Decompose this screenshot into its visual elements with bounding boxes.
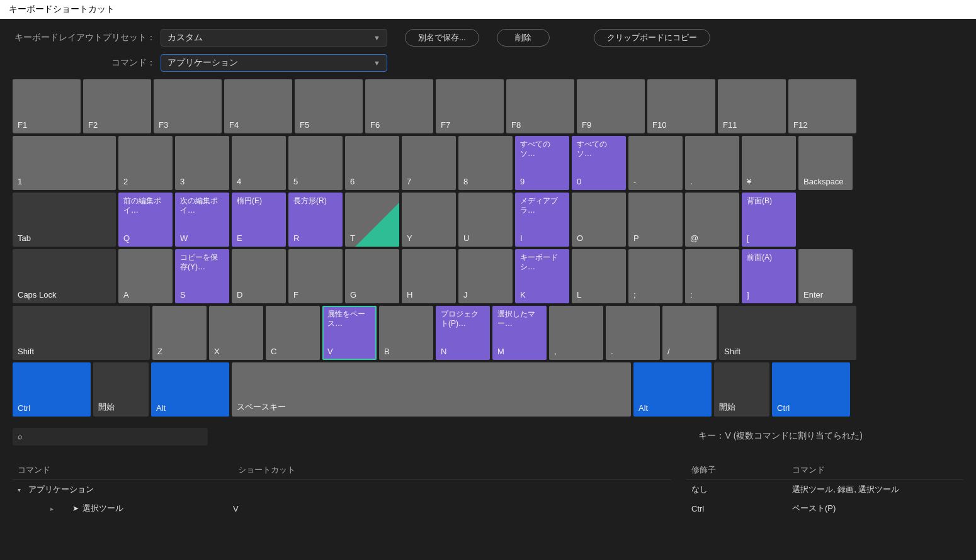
key-a[interactable]: A <box>118 249 173 303</box>
key-開始[interactable]: 開始 <box>93 362 149 417</box>
key-.[interactable]: . <box>685 136 739 190</box>
key-z[interactable]: Z <box>152 306 207 360</box>
key-f6[interactable]: F6 <box>365 79 433 133</box>
key-top-label: コピーを保存(Y)… <box>180 253 224 272</box>
key-bottom-label: 2 <box>123 177 167 186</box>
key-s[interactable]: コピーを保存(Y)…S <box>175 249 229 303</box>
key-m[interactable]: 選択したマー…M <box>492 306 547 360</box>
col-shortcut-header: ショートカット <box>238 464 666 476</box>
key-enter[interactable]: Enter <box>798 249 853 303</box>
key-f12[interactable]: F12 <box>788 79 856 133</box>
chevron-down-icon: ▼ <box>373 59 380 67</box>
key-bottom-label: F8 <box>511 120 569 130</box>
key-x[interactable]: X <box>209 306 263 360</box>
keyboard-map: F1F2F3F4F5F6F7F8F9F10F11F12 12345678すべての… <box>13 79 963 417</box>
key-@[interactable]: @ <box>685 193 739 247</box>
key-o[interactable]: O <box>572 193 626 247</box>
key-i[interactable]: メディアブラ…I <box>515 193 569 247</box>
key-開始[interactable]: 開始 <box>714 362 769 417</box>
key-bottom-label: F5 <box>300 120 358 130</box>
key-top-label: 前の編集ポイ… <box>123 196 167 215</box>
key-[[interactable]: 背面(B)[ <box>742 193 796 247</box>
key-y[interactable]: Y <box>402 193 456 247</box>
key-b[interactable]: B <box>379 306 433 360</box>
tree-root-row[interactable]: ▾ アプリケーション <box>13 480 671 499</box>
key-f5[interactable]: F5 <box>295 79 363 133</box>
key-f4[interactable]: F4 <box>224 79 292 133</box>
key-2[interactable]: 2 <box>118 136 173 190</box>
command-select[interactable]: アプリケーション ▼ <box>161 54 387 72</box>
key-alt[interactable]: Alt <box>151 362 229 417</box>
save-as-button[interactable]: 別名で保存... <box>405 29 479 47</box>
key-f8[interactable]: F8 <box>506 79 574 133</box>
key-backspace[interactable]: Backspace <box>798 136 853 190</box>
key-l[interactable]: L <box>572 249 626 303</box>
search-input[interactable] <box>13 428 208 445</box>
key-1[interactable]: 1 <box>13 136 116 190</box>
key-v[interactable]: 属性をペース…V <box>322 306 377 360</box>
key-f3[interactable]: F3 <box>154 79 222 133</box>
key-d[interactable]: D <box>232 249 286 303</box>
delete-button[interactable]: 削除 <box>497 29 550 47</box>
key-f1[interactable]: F1 <box>13 79 81 133</box>
key-:[interactable]: : <box>685 249 739 303</box>
key-caps-lock[interactable]: Caps Lock <box>13 249 116 303</box>
key-bottom-label: F2 <box>88 120 146 130</box>
key-h[interactable]: H <box>402 249 456 303</box>
key-shift[interactable]: Shift <box>13 306 150 360</box>
key-w[interactable]: 次の編集ポイ…W <box>175 193 229 247</box>
key-5[interactable]: 5 <box>288 136 343 190</box>
key-f11[interactable]: F11 <box>718 79 786 133</box>
tree-child-row[interactable]: ▸ ➤ 選択ツール V <box>13 499 671 518</box>
key-p[interactable]: P <box>628 193 683 247</box>
key-f[interactable]: F <box>288 249 343 303</box>
key-info-text: キー：V (複数コマンドに割り当てられた) <box>698 428 963 442</box>
key-tab[interactable]: Tab <box>13 193 116 247</box>
key-0[interactable]: すべてのソ…0 <box>572 136 626 190</box>
key-alt[interactable]: Alt <box>633 362 712 417</box>
key-t[interactable]: T <box>345 193 399 247</box>
key-f9[interactable]: F9 <box>577 79 645 133</box>
key-ctrl[interactable]: Ctrl <box>772 362 850 417</box>
key-6[interactable]: 6 <box>345 136 399 190</box>
key-shift[interactable]: Shift <box>719 306 856 360</box>
key--[interactable]: - <box>628 136 683 190</box>
key-スペースキー[interactable]: スペースキー <box>232 362 631 417</box>
key-f2[interactable]: F2 <box>83 79 151 133</box>
key-bottom-label: O <box>577 233 621 243</box>
key-c[interactable]: C <box>266 306 320 360</box>
key-f10[interactable]: F10 <box>647 79 715 133</box>
key-][interactable]: 前面(A)] <box>742 249 796 303</box>
key-7[interactable]: 7 <box>402 136 456 190</box>
key-¥[interactable]: ¥ <box>742 136 796 190</box>
key-;[interactable]: ; <box>628 249 683 303</box>
key-bottom-label: 5 <box>293 177 338 186</box>
key-3[interactable]: 3 <box>175 136 229 190</box>
key-/[interactable]: / <box>662 306 717 360</box>
tree-collapse-icon[interactable]: ▸ <box>50 505 54 512</box>
key-e[interactable]: 楕円(E)E <box>232 193 286 247</box>
key-bottom-label: @ <box>690 233 734 243</box>
key-f7[interactable]: F7 <box>436 79 504 133</box>
key-r[interactable]: 長方形(R)R <box>288 193 343 247</box>
key-ctrl[interactable]: Ctrl <box>13 362 91 417</box>
copy-clipboard-button[interactable]: クリップボードにコピー <box>594 29 710 47</box>
key-n[interactable]: プロジェクト(P)…N <box>436 306 490 360</box>
key-9[interactable]: すべてのソ…9 <box>515 136 569 190</box>
key-8[interactable]: 8 <box>458 136 513 190</box>
key-j[interactable]: J <box>458 249 513 303</box>
key-bottom-label: F9 <box>582 120 640 130</box>
tree-expand-icon[interactable]: ▾ <box>18 486 21 493</box>
key-q[interactable]: 前の編集ポイ…Q <box>118 193 173 247</box>
key-.[interactable]: . <box>606 306 660 360</box>
preset-select[interactable]: カスタム ▼ <box>161 29 387 47</box>
key-g[interactable]: G <box>345 249 399 303</box>
key-u[interactable]: U <box>458 193 513 247</box>
key-k[interactable]: キーボードシ…K <box>515 249 569 303</box>
key-bottom-label: 0 <box>577 177 621 186</box>
modifier-row[interactable]: Ctrlペースト(P) <box>686 499 963 518</box>
search-icon: ⌕ <box>18 432 23 441</box>
key-4[interactable]: 4 <box>232 136 286 190</box>
modifier-row[interactable]: なし選択ツール, 録画, 選択ツール <box>686 480 963 499</box>
key-,[interactable]: , <box>549 306 603 360</box>
